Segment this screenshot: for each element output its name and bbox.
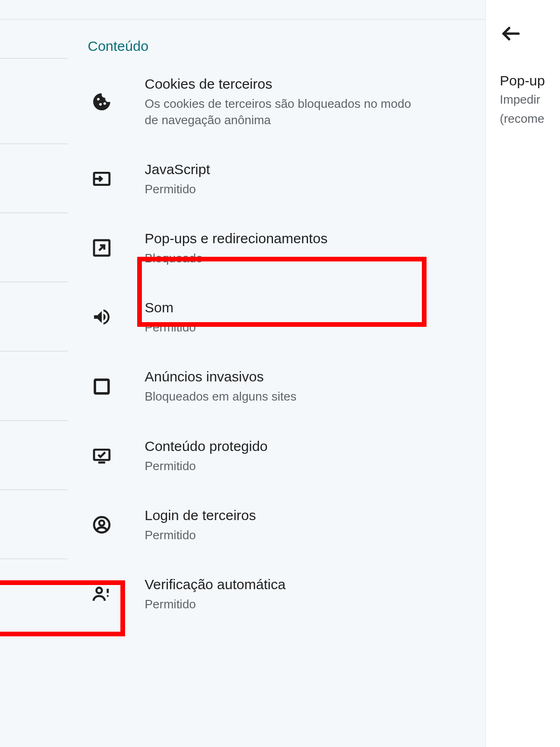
cookie-icon: [91, 92, 112, 112]
row-cookies[interactable]: Cookies de terceiros Os cookies de terce…: [0, 59, 485, 144]
row-sub: Permitido: [145, 458, 425, 474]
row-thirdparty-login[interactable]: Login de terceiros Permitido: [0, 490, 485, 559]
row-title: Anúncios invasivos: [145, 367, 485, 386]
row-divider: [0, 489, 68, 490]
ads-icon: [91, 376, 112, 397]
row-sub: Bloqueado: [145, 250, 425, 267]
detail-sub: Impedir: [500, 92, 560, 108]
row-sound[interactable]: Som Permitido: [0, 282, 485, 352]
protected-content-icon: [91, 445, 112, 466]
row-divider: [0, 420, 68, 421]
row-auto-verify[interactable]: Verificação automática Permitido: [0, 559, 485, 628]
row-title: Conteúdo protegido: [145, 437, 485, 455]
svg-point-6: [97, 588, 102, 593]
row-sub: Permitido: [145, 319, 425, 336]
row-title: Login de terceiros: [145, 506, 485, 524]
detail-panel: Pop-up Impedir (recome: [485, 0, 560, 747]
row-title: JavaScript: [145, 160, 485, 178]
row-divider: [0, 558, 68, 559]
row-popups[interactable]: Pop-ups e redirecionamentos Bloqueado: [0, 213, 485, 282]
sound-icon: [91, 307, 112, 327]
row-title: Som: [145, 298, 485, 317]
person-circle-icon: [91, 514, 112, 535]
svg-point-5: [99, 521, 105, 526]
row-sub: Os cookies de terceiros são bloqueados n…: [145, 96, 425, 128]
row-title: Pop-ups e redirecionamentos: [145, 229, 485, 247]
row-divider: [0, 351, 68, 352]
javascript-icon: [91, 169, 112, 189]
top-divider: [0, 0, 485, 20]
row-divider: [0, 212, 68, 213]
row-sub: Permitido: [145, 596, 425, 613]
row-javascript[interactable]: JavaScript Permitido: [0, 144, 485, 213]
row-title: Cookies de terceiros: [145, 75, 485, 93]
detail-sub2: (recome: [500, 111, 560, 127]
svg-rect-2: [95, 380, 108, 393]
row-sub: Permitido: [145, 527, 425, 543]
row-divider: [0, 143, 68, 144]
svg-point-7: [107, 595, 109, 597]
row-protected[interactable]: Conteúdo protegido Permitido: [0, 421, 485, 490]
back-arrow-icon[interactable]: [500, 22, 522, 45]
row-ads[interactable]: Anúncios invasivos Bloqueados em alguns …: [0, 352, 485, 421]
open-in-new-icon: [91, 238, 112, 258]
person-alert-icon: [91, 584, 112, 604]
settings-content-panel: Conteúdo Cookies de terceiros Os cookies…: [0, 0, 485, 747]
row-sub: Bloqueados em alguns sites: [145, 388, 425, 405]
section-header-content: Conteúdo: [0, 20, 485, 59]
row-divider: [0, 58, 68, 59]
row-sub: Permitido: [145, 181, 425, 197]
row-divider: [0, 282, 68, 282]
row-title: Verificação automática: [145, 575, 485, 593]
detail-title: Pop-up: [500, 73, 560, 89]
